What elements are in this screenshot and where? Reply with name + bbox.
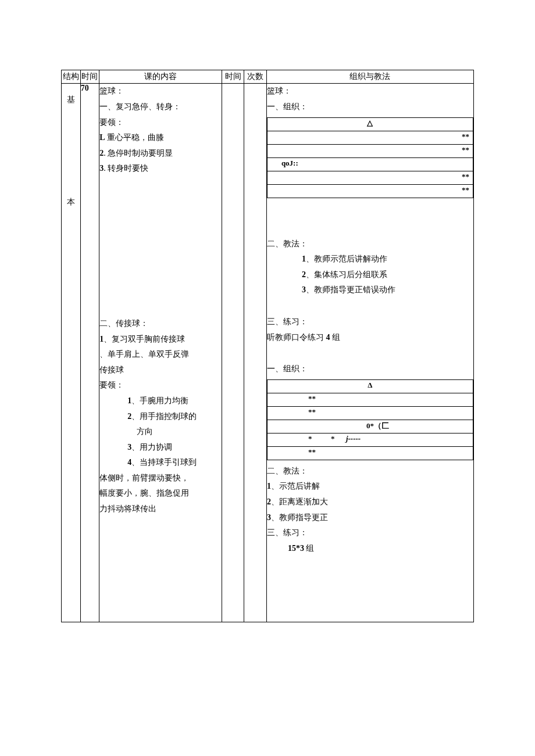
f1-r5: ** <box>267 171 473 184</box>
f2-r6: ** <box>267 446 473 460</box>
formation-2: Δ ** ** 0*（匚 * * j----- ** <box>267 379 473 460</box>
f2-r2: ** <box>267 393 473 406</box>
c-s2-j: 体侧时，前臂摆动要快， <box>99 471 221 486</box>
header-row: 结构 时间 课的内容 时间 次数 组织与教法 <box>62 70 474 84</box>
c-s2-i: 4、当持球手引球到 <box>99 455 221 471</box>
content-cell: 篮球： 一、复习急停、转身： 要领： L 重心平稳，曲膝 2. 急停时制动要明显… <box>99 84 222 622</box>
o-s1-title: 篮球： <box>267 84 473 99</box>
c-s2-a: 二、传接球： <box>99 316 221 332</box>
f2-r4: 0*（匚 <box>267 420 473 433</box>
org-cell: 篮球： 一、组织： △ ** ** qoJ:: ** ** 二、教法： 1、教师… <box>266 84 473 622</box>
hdr-structure: 结构 <box>62 70 81 84</box>
c-s1-b: 要领： <box>99 115 221 131</box>
f1-r3: ** <box>267 144 473 157</box>
hdr-time1: 时间 <box>80 70 99 84</box>
body-row: 基 本 70 篮球： 一、复习急停、转身： 要领： L 重心平稳，曲膝 2. 急… <box>62 84 474 622</box>
page: 结构 时间 课的内容 时间 次数 组织与教法 基 本 70 篮球： 一、复习急停… <box>0 0 535 756</box>
f1-r4: qoJ:: <box>267 157 473 171</box>
c-s1-title: 篮球： <box>99 84 221 99</box>
o-s1-b1: 1、教师示范后讲解动作 <box>267 252 473 267</box>
hdr-time2: 时间 <box>222 70 244 84</box>
time-cell: 70 <box>80 84 99 622</box>
o-s1-c: 三、练习： <box>267 314 473 330</box>
o-s2-b2: 2、距离逐渐加大 <box>267 495 473 510</box>
f2-r3: ** <box>267 406 473 420</box>
structure-char-1: 基 <box>62 84 80 116</box>
c-s2-c: 、单手肩上、单双手反弹 <box>99 347 221 363</box>
c-s2-d: 传接球 <box>99 363 221 378</box>
hdr-org: 组织与教法 <box>266 70 473 84</box>
o-s1-c1: 听教师口令练习 4 组 <box>267 330 473 346</box>
o-s2-c1: 15*3 组 <box>267 541 473 557</box>
f1-r2: ** <box>267 131 473 144</box>
o-s2-b: 二、教法： <box>267 464 473 479</box>
o-s2-c: 三、练习： <box>267 525 473 541</box>
c-s2-b: 1、复习双手胸前传接球 <box>99 332 221 347</box>
f2-r1: Δ <box>267 379 473 393</box>
f2-r5: * * j----- <box>267 433 473 446</box>
o-s1-a: 一、组织： <box>267 99 473 115</box>
o-s2-b3: 3、教师指导更正 <box>267 510 473 526</box>
c-s2-g2: 方向 <box>99 424 221 440</box>
c-s2-l: 力抖动将球传出 <box>99 501 221 517</box>
time2-cell <box>222 84 244 622</box>
structure-char-2: 本 <box>62 186 80 218</box>
c-s1-e: 3. 转身时要快 <box>99 161 221 177</box>
c-s1-d: 2. 急停时制动要明显 <box>99 146 221 162</box>
c-s2-e: 要领： <box>99 378 221 393</box>
o-s2-b1: 1、示范后讲解 <box>267 479 473 495</box>
o-s2-a: 一、组织： <box>267 361 473 377</box>
f1-r1: △ <box>267 117 473 131</box>
c-s2-g: 2、用手指控制球的 <box>99 409 221 425</box>
o-s1-b3: 3、教师指导更正错误动作 <box>267 282 473 298</box>
c-s1-c: L 重心平稳，曲膝 <box>99 130 221 146</box>
structure-cell: 基 本 <box>62 84 81 622</box>
hdr-count: 次数 <box>244 70 267 84</box>
count-cell <box>244 84 267 622</box>
f1-r6: ** <box>267 184 473 198</box>
c-s2-f: 1、手腕用力均衡 <box>99 393 221 409</box>
c-s2-h: 3、用力协调 <box>99 440 221 456</box>
hdr-content: 课的内容 <box>99 70 222 84</box>
formation-1: △ ** ** qoJ:: ** ** <box>267 117 473 198</box>
c-s1-a: 一、复习急停、转身： <box>99 99 221 115</box>
c-s2-k: 幅度要小，腕、指急促用 <box>99 486 221 501</box>
o-s1-b2: 2、集体练习后分组联系 <box>267 267 473 283</box>
time-value: 70 <box>81 84 89 92</box>
o-s1-b: 二、教法： <box>267 237 473 252</box>
lesson-table: 结构 时间 课的内容 时间 次数 组织与教法 基 本 70 篮球： 一、复习急停… <box>61 70 474 622</box>
